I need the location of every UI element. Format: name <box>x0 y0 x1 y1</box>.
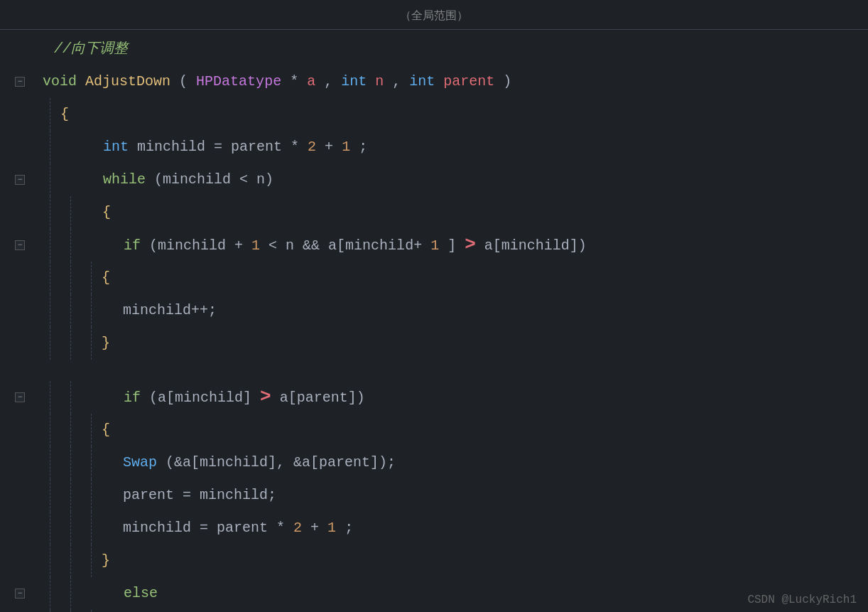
text-6: { <box>81 196 868 229</box>
guide-18-2 <box>70 577 71 610</box>
guides-and-text-9: minchild++; <box>40 294 868 327</box>
brace-close-4: } <box>102 551 110 571</box>
fold-btn-5[interactable]: − <box>15 175 25 185</box>
guide-9-3 <box>91 294 92 327</box>
plus-2: + <box>310 520 327 536</box>
code-line-5: − while (minchild < n) <box>0 163 868 196</box>
minchild-decl: minchild = parent * <box>137 139 308 155</box>
text-15: parent = minchild; <box>102 479 868 512</box>
num-1c: 1 <box>430 237 439 254</box>
code-line-1: //向下调整 <box>0 33 868 65</box>
guide-16-1 <box>50 512 50 544</box>
guide-8-1 <box>50 262 50 294</box>
gutter-7: − <box>0 229 40 262</box>
gutter-4 <box>0 131 40 163</box>
fold-btn-2[interactable]: − <box>15 77 25 87</box>
kw-if-2: if <box>124 390 141 406</box>
kw-if-1: if <box>124 237 141 254</box>
kw-int1: int <box>341 73 367 90</box>
code-line-12: − if (a[minchild] > a[parent]) <box>0 381 868 414</box>
gutter-5: − <box>0 163 40 196</box>
guides-and-text-3: { <box>40 98 868 131</box>
brace-open-3: { <box>102 268 110 288</box>
guides-and-text-16: minchild = parent * 2 + 1 ; <box>40 512 868 544</box>
guide-10-3 <box>91 327 92 360</box>
guide-15-1 <box>50 479 50 512</box>
text-10: } <box>102 327 868 360</box>
semi-1: ; <box>359 139 367 155</box>
guides-and-text-12: if (a[minchild] > a[parent]) <box>40 381 868 414</box>
guide-16-3 <box>91 512 92 544</box>
gutter-18: − <box>0 577 40 610</box>
num-1b: 1 <box>251 237 260 254</box>
guide-5-1 <box>50 163 50 196</box>
guides-and-text-17: } <box>40 544 868 577</box>
code-line-16: minchild = parent * 2 + 1 ; <box>0 512 868 544</box>
top-bar-label: （全局范围） <box>400 10 468 23</box>
brace-open-1: { <box>60 104 69 124</box>
minchild-assign-stmt: minchild = parent * <box>123 520 293 536</box>
guide-9-1 <box>50 294 50 327</box>
code-line-17: } <box>0 544 868 577</box>
guide-10-1 <box>50 327 50 360</box>
guides-and-text-14: Swap (&a[minchild], &a[parent]); <box>40 446 868 479</box>
code-line-4: int minchild = parent * 2 + 1 ; <box>0 131 868 163</box>
gutter-6 <box>0 196 40 229</box>
gutter-2: − <box>0 65 40 98</box>
kw-int2: int <box>409 73 435 90</box>
num-1d: 1 <box>327 520 336 536</box>
guide-8-3 <box>91 262 92 294</box>
guides-and-text-5: while (minchild < n) <box>40 163 868 196</box>
code-line-3: { <box>0 98 868 131</box>
text-17: } <box>102 544 868 577</box>
guide-18-1 <box>50 577 50 610</box>
num-2: 2 <box>308 139 316 155</box>
guides-and-text-7: if (minchild + 1 < n && a[minchild+ 1 ] … <box>40 229 868 262</box>
gutter-9 <box>0 294 40 327</box>
guide-17-3 <box>91 544 92 577</box>
guide-14-2 <box>70 446 71 479</box>
gt-arrow-2: > <box>260 386 271 407</box>
guide-15-2 <box>70 479 71 512</box>
guide-14-3 <box>91 446 92 479</box>
gutter-15 <box>0 479 40 512</box>
code-line-15: parent = minchild; <box>0 479 868 512</box>
fold-btn-12[interactable]: − <box>15 392 25 402</box>
func-name: AdjustDown <box>85 73 170 90</box>
fold-btn-18[interactable]: − <box>15 589 25 598</box>
code-line-empty <box>0 360 868 381</box>
guide-13-2 <box>70 414 71 446</box>
code-line-6: { <box>0 196 868 229</box>
gutter-empty <box>0 360 40 381</box>
guide-8-2 <box>70 262 71 294</box>
guide-13-1 <box>50 414 50 446</box>
fold-btn-7[interactable]: − <box>15 240 25 250</box>
if2-cond-pre: (a[minchild] <box>149 390 260 406</box>
footer: CSDN @LuckyRich1 <box>747 594 857 606</box>
guide-12-2 <box>70 381 71 414</box>
gutter-14 <box>0 446 40 479</box>
top-bar: （全局范围） <box>0 7 868 30</box>
code-line-2: − void AdjustDown ( HPDatatype * a , int… <box>0 65 868 98</box>
param-parent: parent <box>443 73 494 90</box>
guide-17-2 <box>70 544 71 577</box>
func-swap: Swap <box>123 454 157 471</box>
kw-void: void <box>43 73 77 90</box>
guide-16-2 <box>70 512 71 544</box>
guide-4-1 <box>50 131 50 163</box>
gutter-16 <box>0 512 40 544</box>
text-8: { <box>102 262 868 294</box>
footer-text: CSDN @LuckyRich1 <box>747 594 857 606</box>
kw-int-decl: int <box>103 139 129 155</box>
code-line-8: { <box>0 262 868 294</box>
kw-while: while <box>103 171 146 188</box>
guides-and-text-10: } <box>40 327 868 360</box>
param-n: n <box>375 73 384 90</box>
semi-2: ; <box>345 520 353 536</box>
code-line-14: Swap (&a[minchild], &a[parent]); <box>0 446 868 479</box>
text-3: { <box>60 98 868 131</box>
guides-and-text-4: int minchild = parent * 2 + 1 ; <box>40 131 868 163</box>
text-5: while (minchild < n) <box>60 163 868 196</box>
plus: + <box>325 139 342 155</box>
guide-7-1 <box>50 229 50 262</box>
